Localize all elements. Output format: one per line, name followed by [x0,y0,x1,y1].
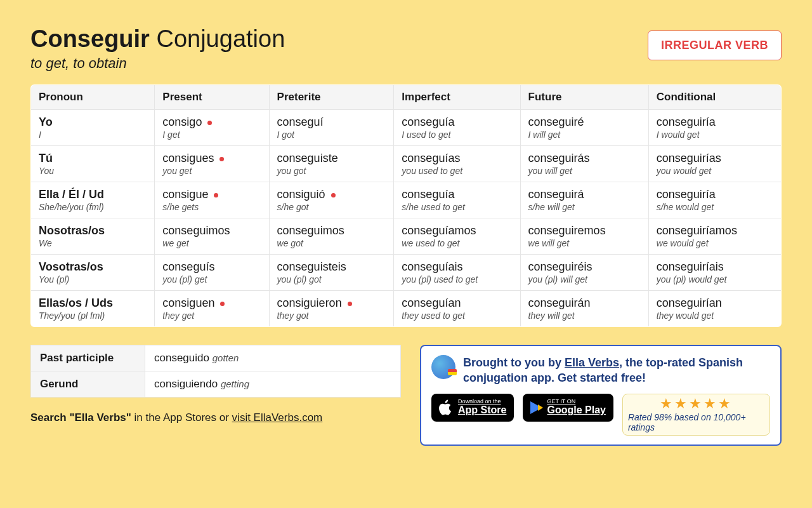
column-header: Present [155,85,269,110]
conjugation-cell: consigue s/he gets [155,182,269,218]
conjugation-cell: conseguías/he used to get [394,182,520,218]
past-participle-value: conseguido gotten [145,345,401,371]
conjugation-cell: consiguen they get [155,291,269,327]
pronoun-cell: Ella / Él / UdShe/he/you (fml) [31,182,155,218]
conjugation-cell: conseguirás/he will get [520,182,648,218]
column-header: Conditional [648,85,781,110]
star-icons: ★★★★★ [660,397,733,411]
column-header: Future [520,85,648,110]
table-row: Ella / Él / UdShe/he/you (fml)consigue s… [31,182,782,218]
conjugation-cell: conseguísyou (pl) get [155,255,269,291]
conjugation-cell: consiguió s/he got [269,182,394,218]
conjugation-cell: conseguiríanthey would get [648,291,781,327]
google-play-badge[interactable]: GET IT ON Google Play [523,394,613,422]
ella-verbs-link[interactable]: Ella Verbs [565,356,619,369]
verb-name: Conseguir [30,25,150,52]
irregular-dot-icon [348,302,352,306]
conjugation-cell: consigo I get [155,110,269,146]
search-note: Search "Ella Verbs" in the App Stores or… [30,411,401,424]
gerund-value: consiguiendo getting [145,371,401,398]
promo-box: Brought to you by Ella Verbs, the top-ra… [420,345,782,446]
pronoun-cell: Vosotras/osYou (pl) [31,255,155,291]
conjugation-cell: conseguiréI will get [520,110,648,146]
pronoun-cell: Nosotras/osWe [31,218,155,255]
past-participle-label: Past participle [31,345,145,371]
pronoun-cell: Ellas/os / UdsThey/you (pl fml) [31,291,155,327]
promo-text: Brought to you by Ella Verbs, the top-ra… [463,355,770,386]
conjugation-cell: conseguíamoswe used to get [394,218,520,255]
pronoun-cell: TúYou [31,146,155,182]
table-row: Vosotras/osYou (pl)conseguísyou (pl) get… [31,255,782,291]
table-row: TúYouconsigues you getconseguisteyou got… [31,146,782,182]
conjugation-cell: conseguíaI used to get [394,110,520,146]
column-header: Preterite [269,85,394,110]
column-header: Imperfect [394,85,520,110]
conjugation-cell: consigues you get [155,146,269,182]
pronoun-cell: YoI [31,110,155,146]
conjugation-cell: conseguimoswe got [269,218,394,255]
conjugation-cell: conseguiréisyou (pl) will get [520,255,648,291]
conjugation-cell: conseguimoswe get [155,218,269,255]
rating-text: Rated 98% based on 10,000+ ratings [628,412,764,432]
conjugation-cell: conseguiránthey will get [520,291,648,327]
google-play-icon [530,401,542,414]
conjugation-cell: conseguiríaI would get [648,110,781,146]
table-row: Ellas/os / UdsThey/you (pl fml)consiguen… [31,291,782,327]
conjugation-cell: conseguiríasyou would get [648,146,781,182]
conjugation-cell: conseguirásyou will get [520,146,648,182]
visit-ellaverbs-link[interactable]: visit EllaVerbs.com [232,411,323,424]
gerund-label: Gerund [31,371,145,398]
conjugation-cell: conseguíaisyou (pl) used to get [394,255,520,291]
extras-table: Past participle conseguido gotten Gerund… [30,345,401,398]
conjugation-cell: conseguirías/he would get [648,182,781,218]
apple-icon [439,399,453,416]
conjugation-cell: conseguisteyou got [269,146,394,182]
conjugation-cell: conseguíI got [269,110,394,146]
page-title: Conseguir Conjugation [30,25,285,53]
irregular-dot-icon [219,157,224,161]
irregular-dot-icon [207,121,212,125]
table-row: Nosotras/osWeconseguimoswe getconseguimo… [31,218,782,255]
irregular-dot-icon [214,193,218,197]
irregular-dot-icon [220,302,225,306]
conjugation-cell: conseguiríamoswe would get [648,218,781,255]
ella-verbs-icon [431,355,455,379]
irregular-badge: IRREGULAR VERB [648,30,782,60]
conjugation-cell: conseguíasyou used to get [394,146,520,182]
conjugation-cell: conseguíanthey used to get [394,291,520,327]
conjugation-word: Conjugation [156,25,285,52]
column-header: Pronoun [31,85,155,110]
conjugation-cell: conseguisteisyou (pl) got [269,255,394,291]
table-row: YoIconsigo I getconseguíI gotconseguíaI … [31,110,782,146]
rating-box: ★★★★★ Rated 98% based on 10,000+ ratings [622,394,770,436]
irregular-dot-icon [331,193,336,197]
conjugation-table: PronounPresentPreteriteImperfectFutureCo… [30,84,782,327]
app-store-badge[interactable]: Download on the App Store [431,394,514,422]
conjugation-cell: conseguiremoswe will get [520,218,648,255]
verb-translation: to get, to obtain [30,55,285,72]
conjugation-cell: consiguieron they got [269,291,394,327]
conjugation-cell: conseguiríaisyou (pl) would get [648,255,781,291]
